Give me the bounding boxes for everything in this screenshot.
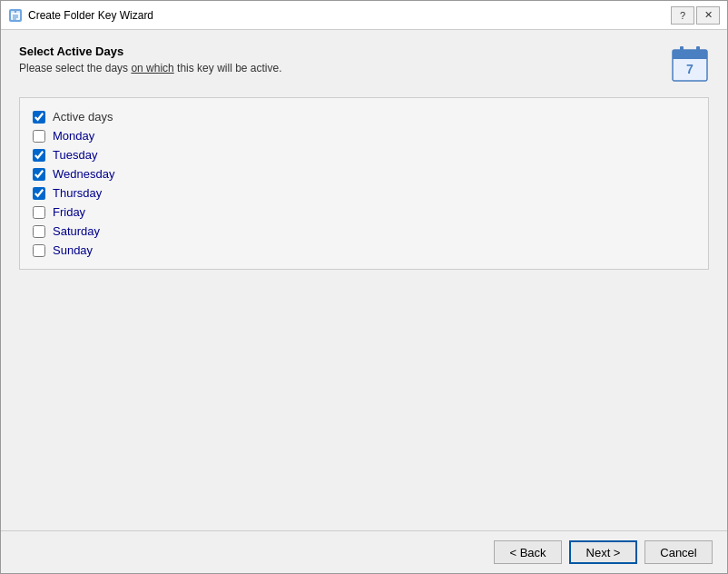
wizard-footer: < Back Next > Cancel bbox=[1, 530, 727, 573]
svg-text:7: 7 bbox=[686, 62, 694, 76]
title-bar: Create Folder Key Wizard ? ✕ bbox=[1, 1, 727, 30]
section-description: Please select the days on which this key… bbox=[19, 62, 282, 74]
day-row-active-days: Active days bbox=[33, 107, 695, 126]
checkbox-sunday[interactable] bbox=[33, 244, 45, 257]
calendar-icon: 7 bbox=[671, 45, 709, 83]
window-controls: ? ✕ bbox=[671, 6, 720, 25]
days-panel: Active days Monday Tuesday Wednesday Thu… bbox=[19, 97, 709, 270]
checkbox-monday[interactable] bbox=[33, 130, 45, 143]
svg-rect-11 bbox=[696, 46, 700, 54]
cancel-button[interactable]: Cancel bbox=[644, 540, 713, 564]
label-monday[interactable]: Monday bbox=[53, 129, 94, 143]
day-row-wednesday: Wednesday bbox=[33, 164, 695, 183]
checkbox-wednesday[interactable] bbox=[33, 168, 45, 181]
header-text-block: Select Active Days Please select the day… bbox=[19, 45, 282, 74]
day-row-saturday: Saturday bbox=[33, 222, 695, 241]
spacer bbox=[19, 284, 709, 520]
day-row-sunday: Sunday bbox=[33, 241, 695, 260]
next-button[interactable]: Next > bbox=[569, 540, 637, 564]
checkbox-saturday[interactable] bbox=[33, 225, 45, 238]
label-tuesday[interactable]: Tuesday bbox=[53, 148, 97, 162]
svg-rect-3 bbox=[16, 11, 20, 14]
section-title: Select Active Days bbox=[19, 45, 282, 58]
wizard-content: Select Active Days Please select the day… bbox=[1, 30, 727, 530]
desc-plain: Please select the days bbox=[19, 62, 131, 74]
svg-rect-10 bbox=[680, 46, 684, 54]
label-saturday[interactable]: Saturday bbox=[53, 224, 100, 238]
svg-rect-2 bbox=[11, 11, 15, 14]
checkbox-thursday[interactable] bbox=[33, 187, 45, 200]
window-title: Create Folder Key Wizard bbox=[28, 9, 671, 22]
day-row-monday: Monday bbox=[33, 126, 695, 145]
app-icon bbox=[8, 8, 23, 23]
label-wednesday[interactable]: Wednesday bbox=[53, 167, 114, 181]
checkbox-active-days[interactable] bbox=[33, 111, 45, 124]
checkbox-friday[interactable] bbox=[33, 206, 45, 219]
back-button[interactable]: < Back bbox=[494, 540, 562, 564]
day-row-tuesday: Tuesday bbox=[33, 145, 695, 164]
svg-rect-9 bbox=[673, 55, 707, 59]
day-row-thursday: Thursday bbox=[33, 183, 695, 203]
desc-underline: on which bbox=[131, 62, 173, 74]
label-thursday[interactable]: Thursday bbox=[53, 186, 102, 200]
checkbox-tuesday[interactable] bbox=[33, 149, 45, 162]
desc-end: this key will be active. bbox=[174, 62, 282, 74]
help-button[interactable]: ? bbox=[671, 6, 694, 25]
wizard-window: Create Folder Key Wizard ? ✕ Select Acti… bbox=[0, 0, 728, 574]
close-button[interactable]: ✕ bbox=[696, 6, 720, 25]
header-area: Select Active Days Please select the day… bbox=[19, 45, 709, 83]
label-friday[interactable]: Friday bbox=[53, 205, 85, 219]
day-row-friday: Friday bbox=[33, 203, 695, 222]
label-active-days[interactable]: Active days bbox=[53, 110, 113, 124]
label-sunday[interactable]: Sunday bbox=[53, 243, 93, 257]
